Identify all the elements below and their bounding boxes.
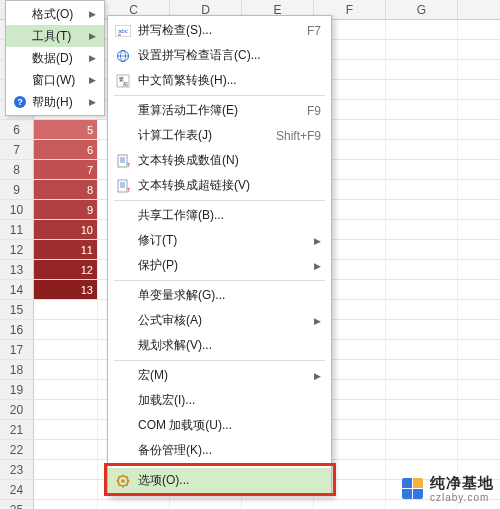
row-header[interactable]: 6 bbox=[0, 120, 34, 139]
cell[interactable] bbox=[386, 380, 458, 399]
column-header[interactable]: G bbox=[386, 0, 458, 19]
cell[interactable] bbox=[34, 440, 98, 459]
submenu-item[interactable]: 规划求解(V)... bbox=[108, 333, 331, 358]
cell[interactable] bbox=[34, 340, 98, 359]
blank-icon bbox=[114, 417, 132, 435]
submenu-item[interactable]: 计算工作表(J)Shift+F9 bbox=[108, 123, 331, 148]
cell[interactable] bbox=[34, 500, 98, 509]
cell[interactable] bbox=[386, 260, 458, 279]
submenu-item-label: 备份管理(K)... bbox=[138, 442, 321, 459]
cell[interactable] bbox=[386, 400, 458, 419]
row-header[interactable]: 8 bbox=[0, 160, 34, 179]
tools-submenu[interactable]: abc拼写检查(S)...F7设置拼写检查语言(C)...繁简中文简繁转换(H)… bbox=[107, 15, 332, 496]
row-header[interactable]: 21 bbox=[0, 420, 34, 439]
menu-item[interactable]: 数据(D)▶ bbox=[6, 47, 104, 69]
cell[interactable] bbox=[386, 320, 458, 339]
submenu-item[interactable]: abc拼写检查(S)...F7 bbox=[108, 18, 331, 43]
cell[interactable] bbox=[386, 20, 458, 39]
row-header[interactable]: 14 bbox=[0, 280, 34, 299]
submenu-item[interactable]: 加载宏(I)... bbox=[108, 388, 331, 413]
row-header[interactable]: 9 bbox=[0, 180, 34, 199]
menu-item[interactable]: ?帮助(H)▶ bbox=[6, 91, 104, 113]
row-header[interactable]: 12 bbox=[0, 240, 34, 259]
cell[interactable]: 5 bbox=[34, 120, 98, 139]
submenu-item[interactable]: 修订(T)▶ bbox=[108, 228, 331, 253]
cell[interactable] bbox=[386, 420, 458, 439]
menu-item[interactable]: 窗口(W)▶ bbox=[6, 69, 104, 91]
submenu-item[interactable]: 设置拼写检查语言(C)... bbox=[108, 43, 331, 68]
row-header[interactable]: 15 bbox=[0, 300, 34, 319]
submenu-item[interactable]: 保护(P)▶ bbox=[108, 253, 331, 278]
cell[interactable] bbox=[386, 240, 458, 259]
cell[interactable] bbox=[386, 220, 458, 239]
cell[interactable] bbox=[386, 340, 458, 359]
submenu-item[interactable]: T文本转换成数值(N) bbox=[108, 148, 331, 173]
cell[interactable] bbox=[34, 480, 98, 499]
blank-icon bbox=[114, 392, 132, 410]
menu-item[interactable]: 工具(T)▶ bbox=[6, 25, 104, 47]
submenu-item[interactable]: COM 加载项(U)... bbox=[108, 413, 331, 438]
cell[interactable] bbox=[386, 180, 458, 199]
row-header[interactable]: 25 bbox=[0, 500, 34, 509]
submenu-item[interactable]: 单变量求解(G)... bbox=[108, 283, 331, 308]
cell[interactable] bbox=[386, 360, 458, 379]
row-header[interactable]: 17 bbox=[0, 340, 34, 359]
cell[interactable] bbox=[386, 40, 458, 59]
cell[interactable] bbox=[386, 140, 458, 159]
cell[interactable] bbox=[314, 500, 386, 509]
submenu-item[interactable]: 繁简中文简繁转换(H)... bbox=[108, 68, 331, 93]
submenu-item-label: 单变量求解(G)... bbox=[138, 287, 321, 304]
submenu-item[interactable]: 共享工作簿(B)... bbox=[108, 203, 331, 228]
blank-icon bbox=[114, 232, 132, 250]
cell[interactable]: 12 bbox=[34, 260, 98, 279]
menubar-dropdown[interactable]: 格式(O)▶工具(T)▶数据(D)▶窗口(W)▶?帮助(H)▶ bbox=[5, 0, 105, 116]
cell[interactable] bbox=[34, 400, 98, 419]
row-header[interactable]: 24 bbox=[0, 480, 34, 499]
cell[interactable] bbox=[386, 280, 458, 299]
cell[interactable]: 7 bbox=[34, 160, 98, 179]
submenu-item[interactable]: 重算活动工作簿(E)F9 bbox=[108, 98, 331, 123]
menu-item[interactable]: 格式(O)▶ bbox=[6, 3, 104, 25]
row-header[interactable]: 23 bbox=[0, 460, 34, 479]
cell[interactable] bbox=[386, 300, 458, 319]
row-header[interactable]: 18 bbox=[0, 360, 34, 379]
row-header[interactable]: 13 bbox=[0, 260, 34, 279]
cell[interactable] bbox=[386, 160, 458, 179]
submenu-item[interactable]: 公式审核(A)▶ bbox=[108, 308, 331, 333]
cell[interactable]: 13 bbox=[34, 280, 98, 299]
cell[interactable] bbox=[242, 500, 314, 509]
cell[interactable]: 11 bbox=[34, 240, 98, 259]
row-header[interactable]: 20 bbox=[0, 400, 34, 419]
row-header[interactable]: 10 bbox=[0, 200, 34, 219]
cell[interactable] bbox=[386, 440, 458, 459]
svg-text:T: T bbox=[127, 187, 130, 193]
submenu-item[interactable]: 选项(O)... bbox=[108, 468, 331, 493]
row-header[interactable]: 19 bbox=[0, 380, 34, 399]
cell[interactable] bbox=[34, 460, 98, 479]
cell[interactable]: 10 bbox=[34, 220, 98, 239]
cell[interactable] bbox=[34, 300, 98, 319]
submenu-item-label: 拼写检查(S)... bbox=[138, 22, 301, 39]
row-header[interactable]: 11 bbox=[0, 220, 34, 239]
cell[interactable] bbox=[34, 380, 98, 399]
submenu-item[interactable]: 备份管理(K)... bbox=[108, 438, 331, 463]
cell[interactable] bbox=[386, 200, 458, 219]
cell[interactable] bbox=[170, 500, 242, 509]
row-header[interactable]: 22 bbox=[0, 440, 34, 459]
row-header[interactable]: 7 bbox=[0, 140, 34, 159]
cell[interactable]: 6 bbox=[34, 140, 98, 159]
cell[interactable] bbox=[34, 360, 98, 379]
cell[interactable] bbox=[34, 320, 98, 339]
row-header[interactable]: 16 bbox=[0, 320, 34, 339]
cell[interactable] bbox=[386, 60, 458, 79]
cell[interactable]: 8 bbox=[34, 180, 98, 199]
cell[interactable] bbox=[34, 420, 98, 439]
submenu-item[interactable]: 宏(M)▶ bbox=[108, 363, 331, 388]
cell[interactable] bbox=[386, 80, 458, 99]
submenu-item[interactable]: T文本转换成超链接(V) bbox=[108, 173, 331, 198]
cell[interactable] bbox=[386, 100, 458, 119]
cell[interactable] bbox=[98, 500, 170, 509]
cell[interactable]: 9 bbox=[34, 200, 98, 219]
blank-icon bbox=[12, 72, 28, 88]
cell[interactable] bbox=[386, 120, 458, 139]
